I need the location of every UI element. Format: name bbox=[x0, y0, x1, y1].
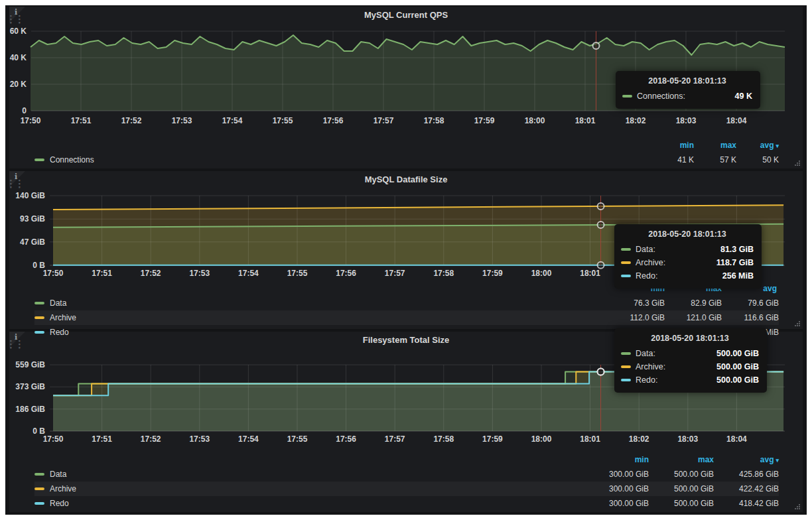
tooltip-series-label: Redo: bbox=[636, 271, 668, 281]
legend-max-value: 500.00 GiB bbox=[649, 499, 714, 508]
legend-max-value: 121.0 GiB bbox=[665, 313, 722, 322]
legend-avg-value: 418.42 GiB bbox=[714, 499, 779, 508]
panel-resize-handle[interactable] bbox=[794, 160, 800, 166]
legend-row-connections: Connections 41 K 57 K 50 K bbox=[34, 153, 779, 167]
legend-avg-value: 79.6 GiB bbox=[722, 298, 779, 308]
legend-row-data: Data 300.00 GiB 500.00 GiB 425.86 GiB bbox=[34, 467, 779, 482]
tooltip-series-label: Connections: bbox=[637, 92, 696, 101]
svg-text:18:04: 18:04 bbox=[726, 434, 747, 444]
tooltip-series-value: 500.00 GiB bbox=[716, 349, 759, 358]
legend-sort-avg[interactable]: avg▾ bbox=[714, 455, 779, 464]
panel-resize-handle[interactable] bbox=[794, 320, 800, 326]
series-color-dash bbox=[34, 502, 44, 505]
legend-row-archive: Archive 300.00 GiB 500.00 GiB 422.42 GiB bbox=[34, 482, 779, 496]
tooltip-series-label: Archive: bbox=[636, 258, 676, 267]
legend-row-data: Data 76.3 GiB 82.9 GiB 79.6 GiB bbox=[34, 296, 779, 310]
tooltip-row: Archive: 500.00 GiB bbox=[621, 360, 759, 373]
svg-text:18:02: 18:02 bbox=[626, 116, 646, 125]
svg-text:17:50: 17:50 bbox=[43, 269, 64, 278]
series-color-dash bbox=[34, 302, 44, 304]
series-color-dash bbox=[621, 379, 631, 381]
legend-sort-min[interactable]: min bbox=[584, 455, 649, 464]
legend-row-archive: Archive 112.0 GiB 121.0 GiB 116.6 GiB bbox=[34, 310, 779, 325]
panel-resize-handle[interactable] bbox=[794, 503, 800, 509]
legend-series-toggle[interactable]: Connections bbox=[34, 155, 651, 164]
series-color-dash bbox=[621, 365, 631, 368]
svg-text:93 GiB: 93 GiB bbox=[20, 214, 45, 224]
tooltip-series-value: 500.00 GiB bbox=[716, 362, 759, 371]
legend-sort-max[interactable]: max bbox=[694, 141, 736, 150]
svg-text:17:53: 17:53 bbox=[189, 434, 210, 444]
legend: min max avg▾ Data 300.00 GiB 500.00 GiB … bbox=[34, 452, 779, 511]
legend-max-value: 500.00 GiB bbox=[649, 470, 714, 479]
svg-text:18:01: 18:01 bbox=[575, 116, 596, 125]
legend-avg-value: 50 K bbox=[736, 155, 779, 164]
series-color-dash bbox=[34, 331, 44, 334]
tooltip-timestamp: 2018-05-20 18:01:13 bbox=[621, 334, 759, 343]
svg-text:20 K: 20 K bbox=[10, 80, 27, 89]
legend-sort-min[interactable]: min bbox=[651, 141, 694, 150]
tooltip-series-value: 81.3 GiB bbox=[720, 245, 754, 254]
legend-min-value: 300.00 GiB bbox=[584, 484, 649, 493]
legend-series-toggle[interactable]: Redo bbox=[34, 499, 584, 508]
legend-series-toggle[interactable]: Archive bbox=[34, 313, 608, 322]
chart-tooltip-filesystem: 2018-05-20 18:01:13 Data: 500.00 GiB Arc… bbox=[614, 328, 767, 393]
svg-text:40 K: 40 K bbox=[10, 53, 27, 62]
svg-text:17:56: 17:56 bbox=[336, 434, 356, 444]
series-color-dash bbox=[34, 487, 44, 490]
legend-series-toggle[interactable]: Archive bbox=[34, 484, 584, 493]
svg-text:17:55: 17:55 bbox=[287, 434, 308, 444]
chart-tooltip-qps: 2018-05-20 18:01:13 Connections: 49 K bbox=[616, 71, 760, 109]
tooltip-series-label: Redo: bbox=[636, 375, 668, 385]
chevron-down-icon: ▾ bbox=[776, 143, 779, 149]
svg-text:17:54: 17:54 bbox=[222, 116, 243, 125]
row-drag-handle[interactable]: ⋮⋮ bbox=[6, 341, 13, 361]
svg-text:17:58: 17:58 bbox=[424, 116, 444, 125]
legend-series-toggle[interactable]: Data bbox=[34, 470, 584, 479]
legend: min max avg▾ Connections 41 K 57 K 50 K bbox=[34, 138, 779, 167]
series-color-dash bbox=[621, 352, 631, 355]
series-color-dash bbox=[34, 473, 44, 476]
legend-row-redo: Redo 300.00 GiB 500.00 GiB 418.42 GiB bbox=[34, 496, 779, 511]
tooltip-row: Redo: 500.00 GiB bbox=[621, 373, 759, 387]
svg-text:17:59: 17:59 bbox=[482, 434, 503, 444]
row-drag-handle[interactable]: ⋮⋮ bbox=[6, 16, 13, 36]
svg-text:17:57: 17:57 bbox=[385, 269, 405, 278]
panel-title[interactable]: MySQL Current QPS bbox=[9, 10, 803, 20]
tooltip-row: Redo: 256 MiB bbox=[621, 269, 754, 283]
legend-min-value: 300.00 GiB bbox=[584, 470, 649, 479]
svg-text:18:03: 18:03 bbox=[676, 116, 697, 125]
svg-text:17:54: 17:54 bbox=[238, 269, 259, 278]
tooltip-row: Connections: 49 K bbox=[622, 90, 752, 103]
tooltip-series-label: Data: bbox=[636, 245, 666, 254]
legend-series-toggle[interactable]: Data bbox=[34, 298, 608, 308]
chart-tooltip-datafile: 2018-05-20 18:01:13 Data: 81.3 GiB Archi… bbox=[614, 224, 762, 289]
svg-text:47 GiB: 47 GiB bbox=[20, 237, 45, 247]
svg-text:17:52: 17:52 bbox=[141, 434, 161, 444]
series-color-dash bbox=[621, 248, 631, 251]
tooltip-series-value: 49 K bbox=[735, 92, 752, 101]
panel-title[interactable]: MySQL Datafile Size bbox=[9, 174, 803, 184]
legend-min-value: 300.00 GiB bbox=[584, 499, 649, 508]
svg-text:17:50: 17:50 bbox=[43, 434, 64, 444]
svg-text:17:51: 17:51 bbox=[92, 269, 112, 278]
svg-text:17:52: 17:52 bbox=[141, 269, 161, 278]
legend-min-value: 76.3 GiB bbox=[608, 298, 665, 308]
svg-text:559 GiB: 559 GiB bbox=[15, 360, 45, 369]
svg-text:17:59: 17:59 bbox=[482, 269, 503, 278]
tooltip-timestamp: 2018-05-20 18:01:13 bbox=[622, 76, 752, 86]
svg-text:18:01: 18:01 bbox=[580, 269, 600, 278]
svg-text:17:52: 17:52 bbox=[121, 116, 142, 125]
legend-sort-max[interactable]: max bbox=[649, 455, 714, 464]
svg-text:17:50: 17:50 bbox=[21, 116, 41, 125]
tooltip-timestamp: 2018-05-20 18:01:13 bbox=[621, 229, 754, 239]
legend-sort-avg[interactable]: avg▾ bbox=[736, 141, 779, 150]
row-drag-handle[interactable]: ⋮⋮ bbox=[6, 180, 13, 200]
svg-text:17:55: 17:55 bbox=[273, 116, 293, 125]
legend-header-row: min max avg▾ bbox=[34, 452, 779, 467]
svg-text:186 GiB: 186 GiB bbox=[15, 405, 45, 414]
svg-text:17:53: 17:53 bbox=[189, 269, 210, 278]
svg-text:0: 0 bbox=[22, 106, 27, 115]
legend-header-row: min max avg▾ bbox=[34, 138, 779, 153]
tooltip-row: Data: 81.3 GiB bbox=[621, 243, 754, 256]
